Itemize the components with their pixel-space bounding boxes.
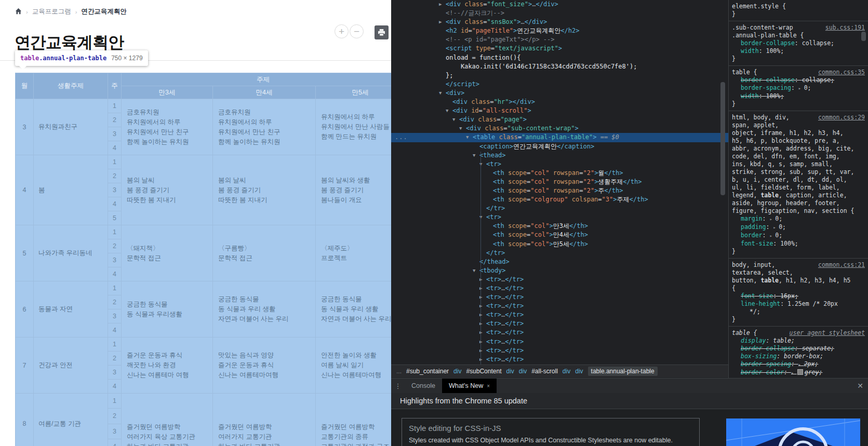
css-property[interactable]: border-collapse: collapse; xyxy=(732,39,865,47)
code-line[interactable]: <th scope="col">만4세</th> xyxy=(391,231,728,239)
code-line[interactable]: ▶<tr>…</tr> xyxy=(391,319,728,328)
css-property[interactable]: border-collapse: separate; xyxy=(732,345,865,353)
dom-crumb[interactable]: table.annual-plan-table xyxy=(588,367,658,376)
css-property[interactable]: border-collapse: collapse; xyxy=(732,76,865,84)
breadcrumb-item[interactable]: 교육프로그램 xyxy=(32,7,71,16)
dom-crumb[interactable]: #sub_container xyxy=(406,368,449,375)
stylesheet-link[interactable]: common.css:35 xyxy=(818,69,865,76)
dom-crumb[interactable]: div xyxy=(506,368,514,375)
expand-arrow-icon[interactable]: ▸ xyxy=(773,225,779,230)
code-line[interactable]: ▶<div class="font_size">…</div> xyxy=(391,0,728,9)
whats-new-card[interactable]: Style editing for CSS-in-JS Styles creat… xyxy=(402,418,700,446)
code-line[interactable]: ▶<tr>…</tr> xyxy=(391,284,728,293)
collapse-arrow-icon[interactable]: ▼ xyxy=(452,115,459,124)
code-line[interactable]: </script> xyxy=(391,80,728,89)
code-line[interactable]: ▶<div class="snsBox">…</div> xyxy=(391,18,728,26)
collapse-arrow-icon[interactable]: ▼ xyxy=(473,151,479,160)
crumb-overflow-icon[interactable]: ... xyxy=(396,368,402,375)
css-property[interactable]: font-size: 100%; xyxy=(732,240,865,248)
dom-crumb[interactable]: #all-scroll xyxy=(531,368,558,375)
code-line[interactable]: <th scope="col">만5세</th> xyxy=(391,240,728,249)
expand-arrow-icon[interactable]: ▸ xyxy=(769,233,775,238)
collapse-arrow-icon[interactable]: ▼ xyxy=(473,266,479,275)
code-line[interactable]: <th scope="colgroup" colspan="3">주제</th> xyxy=(391,195,728,204)
code-line[interactable]: ▼<thead> xyxy=(391,151,728,160)
code-line[interactable]: <h2 id="pageTitle">연간교육계획안</h2> xyxy=(391,26,728,35)
font-decrease-button[interactable]: − xyxy=(350,24,364,38)
code-line[interactable]: <th scope="col" rowspan="2">주</th> xyxy=(391,186,728,195)
css-property[interactable]: border: ▸ 0; xyxy=(732,232,865,240)
expand-arrow-icon[interactable]: ▸ xyxy=(798,86,804,91)
code-line[interactable]: ▶<tr>…</tr> xyxy=(391,302,728,310)
code-line[interactable]: ...▼<table class="annual-plan-table"> ==… xyxy=(391,133,728,142)
code-line[interactable]: ▶<tr>…</tr> xyxy=(391,310,728,319)
breadcrumb-item[interactable]: 연간교육계획안 xyxy=(81,7,127,16)
code-line[interactable]: ▼<div> xyxy=(391,89,728,98)
stylesheet-link[interactable]: user agent stylesheet xyxy=(790,329,865,337)
drawer-menu-icon[interactable]: ⋮ xyxy=(391,379,405,393)
css-property[interactable]: font-size: 16px; xyxy=(732,292,865,300)
expand-arrow-icon[interactable]: ▸ xyxy=(769,217,775,222)
code-line[interactable]: <!-- <p id="pageTxt"></p> --> xyxy=(391,35,728,44)
css-property[interactable]: border-color: ▸ grey; xyxy=(732,369,865,377)
code-line[interactable]: ▼<div class="sub-content-wrap"> xyxy=(391,124,728,133)
scrollbar-thumb[interactable] xyxy=(861,32,866,41)
stylesheet-link[interactable]: sub.css:191 xyxy=(825,24,865,32)
dom-crumb[interactable]: div xyxy=(563,368,570,375)
code-line[interactable]: ▼<div id="all-scroll"> xyxy=(391,106,728,115)
collapse-arrow-icon[interactable]: ▼ xyxy=(466,133,473,142)
drawer-tab-console[interactable]: Console xyxy=(405,379,442,393)
code-line[interactable]: </thead> xyxy=(391,258,728,266)
drawer-close-icon[interactable]: ✕ xyxy=(857,379,863,393)
code-line[interactable]: ▼<div class="page"> xyxy=(391,115,728,124)
code-line[interactable]: <th scope="col">만3세</th> xyxy=(391,222,728,231)
code-line[interactable]: ▼<tr> xyxy=(391,160,728,169)
expand-arrow-icon[interactable]: ▶ xyxy=(439,0,446,9)
print-button[interactable] xyxy=(375,25,389,39)
code-line[interactable]: ▶<tr>…</tr> xyxy=(391,275,728,284)
css-property[interactable]: line-height: 1.25em /* 20px xyxy=(732,300,865,308)
code-line[interactable]: <th scope="col" rowspan="2">월</th> xyxy=(391,169,728,178)
code-line[interactable]: <script type="text/javascript"> xyxy=(391,44,728,53)
expand-arrow-icon[interactable]: ▸ xyxy=(791,370,797,375)
stylesheet-link[interactable]: common.css:21 xyxy=(818,261,865,269)
expand-arrow-icon[interactable]: ▶ xyxy=(439,18,446,26)
collapse-arrow-icon[interactable]: ▼ xyxy=(439,89,446,98)
css-property[interactable]: margin: ▸ 0; xyxy=(732,215,865,223)
dom-crumb[interactable]: div xyxy=(453,368,461,375)
font-increase-button[interactable]: + xyxy=(335,24,349,38)
css-property[interactable]: box-sizing: border-box; xyxy=(732,353,865,360)
code-line[interactable]: </tr> xyxy=(391,204,728,213)
dom-crumb[interactable]: div xyxy=(575,368,583,375)
css-property[interactable]: display: table; xyxy=(732,337,865,345)
css-property[interactable]: width: 100%; xyxy=(732,92,865,100)
scrollbar-thumb[interactable] xyxy=(720,82,725,195)
dom-crumb[interactable]: div xyxy=(519,368,527,375)
color-swatch[interactable] xyxy=(797,369,803,375)
css-property[interactable]: border-spacing: ▸ 0; xyxy=(732,84,865,92)
tab-close-icon[interactable]: × xyxy=(487,383,490,389)
css-property[interactable]: padding: ▸ 0; xyxy=(732,223,865,232)
code-line[interactable]: onload = function(){ xyxy=(391,53,728,62)
code-line[interactable]: ▶<tr>…</tr> xyxy=(391,355,728,364)
code-line[interactable]: <!--//글자크기--> xyxy=(391,9,728,18)
code-line[interactable]: Kakao.init('6d146c17158c334cdd763ccd550c… xyxy=(391,62,728,71)
more-actions-icon[interactable]: ... xyxy=(395,133,408,142)
code-line[interactable]: <div class="hr"></div> xyxy=(391,98,728,106)
code-line[interactable]: </tr> xyxy=(391,249,728,258)
collapse-arrow-icon[interactable]: ▼ xyxy=(459,124,466,133)
code-line[interactable]: ▶<tr>…</tr> xyxy=(391,293,728,302)
drawer-tab-what-s-new[interactable]: What's New× xyxy=(442,379,497,393)
code-line[interactable]: ▼<tbody> xyxy=(391,266,728,275)
code-line[interactable]: ▶<tr>…</tr> xyxy=(391,328,728,337)
css-property[interactable]: width: 100%; xyxy=(732,47,865,55)
stylesheet-link[interactable]: common.css:29 xyxy=(818,114,865,121)
expand-arrow-icon[interactable]: ▸ xyxy=(798,362,804,367)
code-line[interactable]: <caption>연간교육계획안</caption> xyxy=(391,142,728,151)
home-icon[interactable] xyxy=(15,8,22,16)
code-line[interactable]: ▶<tr>…</tr> xyxy=(391,346,728,355)
code-line[interactable]: ▶<tr>…</tr> xyxy=(391,337,728,346)
collapse-arrow-icon[interactable]: ▼ xyxy=(446,106,452,115)
css-property[interactable]: border-spacing: ▸ 2px; xyxy=(732,360,865,369)
code-line[interactable]: ▼<tr> xyxy=(391,213,728,222)
